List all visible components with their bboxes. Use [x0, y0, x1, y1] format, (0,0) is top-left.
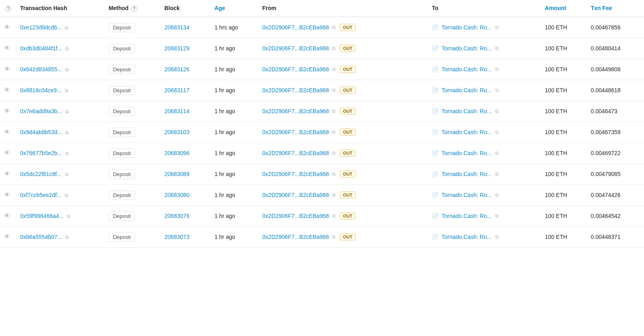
from-address-link[interactable]: 0x2D2906F7...B2cEBa968	[262, 45, 329, 52]
eye-icon[interactable]: 👁	[4, 149, 10, 156]
copy-to-icon[interactable]: ⧉	[495, 66, 499, 72]
tx-hash-link[interactable]: 0xdb3d0484f1f...	[20, 45, 62, 52]
copy-to-icon[interactable]: ⧉	[495, 129, 499, 135]
eye-icon[interactable]: 👁	[4, 108, 10, 114]
copy-from-icon[interactable]: ⧉	[332, 234, 336, 240]
eye-icon[interactable]: 👁	[4, 170, 10, 177]
tx-hash-link[interactable]: 0xb6a5554b07...	[20, 234, 62, 240]
copy-tx-hash-icon[interactable]: ⧉	[65, 46, 69, 52]
copy-from-icon[interactable]: ⧉	[332, 150, 336, 156]
from-address-link[interactable]: 0x2D2906F7...B2cEBa968	[262, 192, 329, 198]
age-text: 1 hr ago	[215, 129, 235, 135]
block-link[interactable]: 20683073	[164, 234, 189, 240]
to-address-link[interactable]: Tornado.Cash: Ro...	[442, 150, 492, 156]
from-address-link[interactable]: 0x2D2906F7...B2cEBa968	[262, 171, 329, 177]
to-address-link[interactable]: Tornado.Cash: Ro...	[442, 24, 492, 31]
copy-to-icon[interactable]: ⧉	[495, 192, 499, 198]
to-address-link[interactable]: Tornado.Cash: Ro...	[442, 129, 492, 135]
eye-icon[interactable]: 👁	[4, 212, 10, 219]
copy-from-icon[interactable]: ⧉	[332, 213, 336, 219]
from-address-link[interactable]: 0x2D2906F7...B2cEBa968	[262, 87, 329, 93]
to-address-link[interactable]: Tornado.Cash: Ro...	[442, 234, 492, 240]
copy-from-icon[interactable]: ⧉	[332, 171, 336, 177]
copy-from-icon[interactable]: ⧉	[332, 66, 336, 72]
from-address-link[interactable]: 0x2D2906F7...B2cEBa968	[262, 66, 329, 73]
eye-icon[interactable]: 👁	[4, 233, 10, 240]
to-address-link[interactable]: Tornado.Cash: Ro...	[442, 87, 492, 93]
to-address-link[interactable]: Tornado.Cash: Ro...	[442, 213, 492, 219]
copy-to-icon[interactable]: ⧉	[495, 108, 499, 114]
copy-tx-hash-icon[interactable]: ⧉	[65, 172, 68, 177]
col-eye: ?	[0, 0, 16, 17]
copy-to-icon[interactable]: ⧉	[495, 87, 499, 93]
age-cell: 1 hr ago	[211, 59, 258, 80]
tx-hash-link[interactable]: 0xe123d9dcd6...	[20, 24, 62, 31]
copy-tx-hash-icon[interactable]: ⧉	[65, 109, 69, 114]
copy-to-icon[interactable]: ⧉	[495, 171, 499, 177]
age-text: 1 hrs ago	[215, 24, 238, 31]
copy-to-icon[interactable]: ⧉	[495, 213, 499, 219]
block-link[interactable]: 20683080	[164, 192, 189, 198]
copy-from-icon[interactable]: ⧉	[332, 108, 336, 114]
copy-to-icon[interactable]: ⧉	[495, 46, 499, 51]
to-address-link[interactable]: Tornado.Cash: Ro...	[442, 192, 492, 198]
fee-value: 0.00448618	[591, 87, 621, 93]
block-link[interactable]: 20683096	[164, 150, 189, 156]
eye-icon[interactable]: 👁	[4, 191, 10, 198]
copy-tx-hash-icon[interactable]: ⧉	[65, 234, 69, 240]
block-link[interactable]: 20683117	[164, 87, 189, 93]
eye-icon[interactable]: 👁	[4, 66, 10, 73]
from-address-link[interactable]: 0x2D2906F7...B2cEBa968	[262, 129, 329, 135]
tx-hash-link[interactable]: 0x7e6add9a3b...	[20, 108, 62, 114]
from-address-link[interactable]: 0x2D2906F7...B2cEBa968	[262, 213, 329, 219]
block-link[interactable]: 20683129	[164, 45, 189, 52]
eye-icon[interactable]: 👁	[4, 24, 10, 31]
to-address-link[interactable]: Tornado.Cash: Ro...	[442, 108, 492, 114]
copy-to-icon[interactable]: ⧉	[495, 150, 499, 156]
copy-tx-hash-icon[interactable]: ⧉	[67, 214, 70, 219]
to-address-link[interactable]: Tornado.Cash: Ro...	[442, 171, 492, 177]
to-address-link[interactable]: Tornado.Cash: Ro...	[442, 66, 492, 73]
copy-tx-hash-icon[interactable]: ⧉	[65, 193, 68, 198]
tx-hash-link[interactable]: 0x59f996466a4...	[20, 213, 64, 219]
tx-hash-link[interactable]: 0x9d4ab8b53d...	[20, 129, 62, 135]
block-cell: 20683134	[160, 17, 211, 38]
block-link[interactable]: 20683126	[164, 66, 189, 73]
eye-icon[interactable]: 👁	[4, 129, 10, 135]
block-link[interactable]: 20683114	[164, 108, 189, 114]
copy-tx-hash-icon[interactable]: ⧉	[65, 130, 69, 135]
copy-from-icon[interactable]: ⧉	[332, 129, 336, 135]
tx-hash-link[interactable]: 0x76677b5e2b...	[20, 150, 62, 156]
tx-hash-link[interactable]: 0x642d834855...	[20, 66, 62, 73]
fee-cell: 0.00480414	[587, 38, 644, 59]
method-cell: Deposit	[105, 205, 161, 226]
copy-from-icon[interactable]: ⧉	[332, 46, 336, 51]
copy-tx-hash-icon[interactable]: ⧉	[65, 67, 69, 73]
copy-tx-hash-icon[interactable]: ⧉	[65, 88, 68, 93]
copy-tx-hash-icon[interactable]: ⧉	[65, 151, 69, 156]
from-address-link[interactable]: 0x2D2906F7...B2cEBa968	[262, 24, 329, 31]
tx-hash-link[interactable]: 0x8818c04ce9...	[20, 87, 62, 93]
eye-icon[interactable]: 👁	[4, 45, 10, 52]
copy-from-icon[interactable]: ⧉	[332, 192, 336, 198]
from-address-link[interactable]: 0x2D2906F7...B2cEBa968	[262, 150, 329, 156]
to-direction-cell	[412, 185, 428, 205]
block-link[interactable]: 20683076	[164, 213, 189, 219]
tx-hash-link[interactable]: 0x5dc22f81c8f...	[20, 171, 62, 177]
from-address-link[interactable]: 0x2D2906F7...B2cEBa968	[262, 108, 329, 114]
copy-from-icon[interactable]: ⧉	[332, 25, 336, 30]
from-address-link[interactable]: 0x2D2906F7...B2cEBa968	[262, 234, 329, 240]
method-help-icon[interactable]: ?	[131, 6, 137, 12]
to-address-link[interactable]: Tornado.Cash: Ro...	[442, 45, 492, 52]
copy-to-icon[interactable]: ⧉	[495, 234, 499, 240]
copy-from-icon[interactable]: ⧉	[332, 87, 336, 93]
block-link[interactable]: 20683089	[164, 171, 189, 177]
block-link[interactable]: 20683103	[164, 129, 189, 135]
copy-to-icon[interactable]: ⧉	[495, 25, 499, 30]
amount-value: 100 ETH	[545, 66, 567, 73]
eye-help-icon[interactable]: ?	[5, 6, 11, 12]
copy-tx-hash-icon[interactable]: ⧉	[65, 25, 68, 31]
eye-icon[interactable]: 👁	[4, 87, 10, 93]
block-link[interactable]: 20683134	[164, 24, 189, 31]
tx-hash-link[interactable]: 0xf7ccb5ee2df...	[20, 192, 62, 198]
